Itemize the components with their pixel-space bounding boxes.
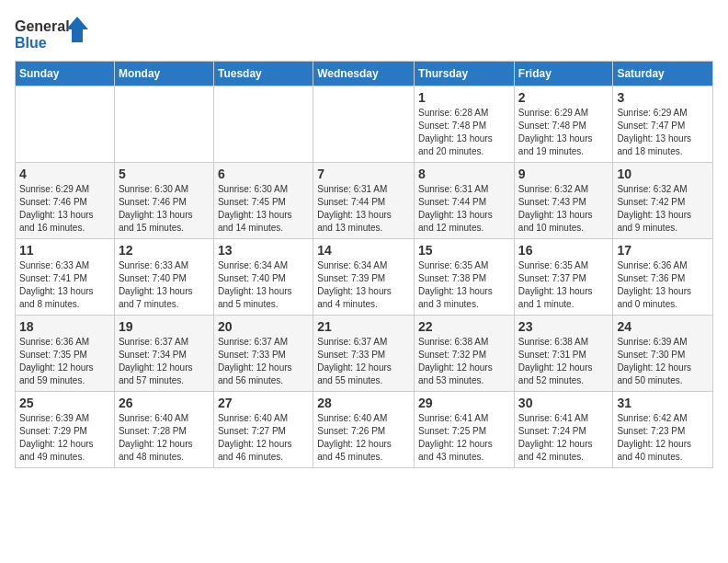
day-info: Sunrise: 6:41 AM Sunset: 7:24 PM Dayligh…: [518, 412, 609, 464]
day-number: 25: [19, 396, 110, 410]
day-number: 13: [218, 243, 309, 258]
day-info: Sunrise: 6:35 AM Sunset: 7:38 PM Dayligh…: [418, 259, 510, 311]
weekday-header-monday: Monday: [114, 62, 213, 86]
day-number: 7: [317, 167, 410, 181]
day-info: Sunrise: 6:39 AM Sunset: 7:30 PM Dayligh…: [617, 336, 709, 387]
empty-cell: [213, 86, 313, 163]
day-info: Sunrise: 6:38 AM Sunset: 7:32 PM Dayligh…: [418, 336, 510, 387]
calendar-day-cell: 18Sunrise: 6:36 AM Sunset: 7:35 PM Dayli…: [16, 316, 115, 392]
day-number: 30: [518, 396, 609, 410]
logo-icon: General Blue: [15, 15, 88, 52]
calendar-day-cell: 4Sunrise: 6:29 AM Sunset: 7:46 PM Daylig…: [16, 163, 115, 239]
day-number: 24: [617, 319, 709, 334]
day-info: Sunrise: 6:36 AM Sunset: 7:36 PM Dayligh…: [617, 259, 709, 311]
day-info: Sunrise: 6:33 AM Sunset: 7:41 PM Dayligh…: [19, 259, 110, 311]
calendar-day-cell: 8Sunrise: 6:31 AM Sunset: 7:44 PM Daylig…: [415, 163, 515, 239]
day-number: 12: [119, 243, 210, 258]
calendar-day-cell: 6Sunrise: 6:30 AM Sunset: 7:45 PM Daylig…: [213, 163, 313, 239]
day-number: 23: [518, 319, 609, 334]
day-info: Sunrise: 6:29 AM Sunset: 7:48 PM Dayligh…: [518, 107, 609, 158]
calendar-week-row: 4Sunrise: 6:29 AM Sunset: 7:46 PM Daylig…: [16, 163, 713, 239]
calendar-day-cell: 30Sunrise: 6:41 AM Sunset: 7:24 PM Dayli…: [514, 392, 613, 468]
calendar-day-cell: 26Sunrise: 6:40 AM Sunset: 7:28 PM Dayli…: [114, 392, 213, 468]
weekday-header-row: SundayMondayTuesdayWednesdayThursdayFrid…: [16, 62, 713, 86]
day-number: 14: [317, 243, 410, 258]
calendar-day-cell: 17Sunrise: 6:36 AM Sunset: 7:36 PM Dayli…: [613, 239, 713, 316]
day-info: Sunrise: 6:30 AM Sunset: 7:45 PM Dayligh…: [218, 183, 309, 235]
day-info: Sunrise: 6:40 AM Sunset: 7:28 PM Dayligh…: [119, 412, 210, 464]
day-number: 22: [418, 319, 510, 334]
weekday-header-thursday: Thursday: [415, 62, 515, 86]
day-number: 15: [418, 243, 510, 258]
day-number: 6: [218, 167, 309, 181]
day-info: Sunrise: 6:29 AM Sunset: 7:47 PM Dayligh…: [617, 107, 709, 158]
calendar-day-cell: 12Sunrise: 6:33 AM Sunset: 7:40 PM Dayli…: [114, 239, 213, 316]
svg-text:Blue: Blue: [15, 35, 47, 51]
day-number: 1: [418, 90, 510, 105]
day-info: Sunrise: 6:28 AM Sunset: 7:48 PM Dayligh…: [418, 107, 510, 158]
weekday-header-tuesday: Tuesday: [213, 62, 313, 86]
day-info: Sunrise: 6:40 AM Sunset: 7:27 PM Dayligh…: [218, 412, 309, 464]
logo: General Blue: [15, 15, 88, 52]
calendar-week-row: 11Sunrise: 6:33 AM Sunset: 7:41 PM Dayli…: [16, 239, 713, 316]
calendar-day-cell: 28Sunrise: 6:40 AM Sunset: 7:26 PM Dayli…: [313, 392, 415, 468]
calendar-day-cell: 21Sunrise: 6:37 AM Sunset: 7:33 PM Dayli…: [313, 316, 415, 392]
page-header: General Blue: [15, 15, 713, 52]
day-number: 28: [317, 396, 410, 410]
day-number: 16: [518, 243, 609, 258]
empty-cell: [16, 86, 115, 163]
day-number: 31: [617, 396, 709, 410]
day-info: Sunrise: 6:32 AM Sunset: 7:42 PM Dayligh…: [617, 183, 709, 235]
day-info: Sunrise: 6:31 AM Sunset: 7:44 PM Dayligh…: [317, 183, 410, 235]
calendar-day-cell: 11Sunrise: 6:33 AM Sunset: 7:41 PM Dayli…: [16, 239, 115, 316]
day-number: 17: [617, 243, 709, 258]
calendar-day-cell: 27Sunrise: 6:40 AM Sunset: 7:27 PM Dayli…: [213, 392, 313, 468]
calendar-day-cell: 31Sunrise: 6:42 AM Sunset: 7:23 PM Dayli…: [613, 392, 713, 468]
day-number: 8: [418, 167, 510, 181]
calendar-day-cell: 10Sunrise: 6:32 AM Sunset: 7:42 PM Dayli…: [613, 163, 713, 239]
calendar-day-cell: 1Sunrise: 6:28 AM Sunset: 7:48 PM Daylig…: [415, 86, 515, 163]
calendar-day-cell: 9Sunrise: 6:32 AM Sunset: 7:43 PM Daylig…: [514, 163, 613, 239]
day-number: 10: [617, 167, 709, 181]
calendar-day-cell: 7Sunrise: 6:31 AM Sunset: 7:44 PM Daylig…: [313, 163, 415, 239]
day-info: Sunrise: 6:36 AM Sunset: 7:35 PM Dayligh…: [19, 336, 110, 387]
day-number: 11: [19, 243, 110, 258]
weekday-header-friday: Friday: [514, 62, 613, 86]
weekday-header-sunday: Sunday: [16, 62, 115, 86]
calendar-day-cell: 2Sunrise: 6:29 AM Sunset: 7:48 PM Daylig…: [514, 86, 613, 163]
day-info: Sunrise: 6:41 AM Sunset: 7:25 PM Dayligh…: [418, 412, 510, 464]
calendar-day-cell: 23Sunrise: 6:38 AM Sunset: 7:31 PM Dayli…: [514, 316, 613, 392]
calendar-day-cell: 29Sunrise: 6:41 AM Sunset: 7:25 PM Dayli…: [415, 392, 515, 468]
day-info: Sunrise: 6:30 AM Sunset: 7:46 PM Dayligh…: [119, 183, 210, 235]
day-number: 26: [119, 396, 210, 410]
day-number: 5: [119, 167, 210, 181]
empty-cell: [114, 86, 213, 163]
day-info: Sunrise: 6:37 AM Sunset: 7:34 PM Dayligh…: [119, 336, 210, 387]
day-info: Sunrise: 6:34 AM Sunset: 7:40 PM Dayligh…: [218, 259, 309, 311]
calendar-day-cell: 14Sunrise: 6:34 AM Sunset: 7:39 PM Dayli…: [313, 239, 415, 316]
calendar-day-cell: 13Sunrise: 6:34 AM Sunset: 7:40 PM Dayli…: [213, 239, 313, 316]
calendar-week-row: 18Sunrise: 6:36 AM Sunset: 7:35 PM Dayli…: [16, 316, 713, 392]
calendar-week-row: 1Sunrise: 6:28 AM Sunset: 7:48 PM Daylig…: [16, 86, 713, 163]
day-info: Sunrise: 6:35 AM Sunset: 7:37 PM Dayligh…: [518, 259, 609, 311]
calendar-day-cell: 15Sunrise: 6:35 AM Sunset: 7:38 PM Dayli…: [415, 239, 515, 316]
day-number: 29: [418, 396, 510, 410]
day-number: 9: [518, 167, 609, 181]
day-number: 20: [218, 319, 309, 334]
weekday-header-saturday: Saturday: [613, 62, 713, 86]
calendar-day-cell: 19Sunrise: 6:37 AM Sunset: 7:34 PM Dayli…: [114, 316, 213, 392]
day-info: Sunrise: 6:37 AM Sunset: 7:33 PM Dayligh…: [218, 336, 309, 387]
calendar-day-cell: 16Sunrise: 6:35 AM Sunset: 7:37 PM Dayli…: [514, 239, 613, 316]
day-info: Sunrise: 6:39 AM Sunset: 7:29 PM Dayligh…: [19, 412, 110, 464]
day-info: Sunrise: 6:34 AM Sunset: 7:39 PM Dayligh…: [317, 259, 410, 311]
day-number: 21: [317, 319, 410, 334]
day-info: Sunrise: 6:31 AM Sunset: 7:44 PM Dayligh…: [418, 183, 510, 235]
day-number: 19: [119, 319, 210, 334]
calendar-day-cell: 5Sunrise: 6:30 AM Sunset: 7:46 PM Daylig…: [114, 163, 213, 239]
day-number: 2: [518, 90, 609, 105]
calendar-day-cell: 25Sunrise: 6:39 AM Sunset: 7:29 PM Dayli…: [16, 392, 115, 468]
day-info: Sunrise: 6:32 AM Sunset: 7:43 PM Dayligh…: [518, 183, 609, 235]
calendar-day-cell: 3Sunrise: 6:29 AM Sunset: 7:47 PM Daylig…: [613, 86, 713, 163]
day-info: Sunrise: 6:38 AM Sunset: 7:31 PM Dayligh…: [518, 336, 609, 387]
calendar-day-cell: 20Sunrise: 6:37 AM Sunset: 7:33 PM Dayli…: [213, 316, 313, 392]
